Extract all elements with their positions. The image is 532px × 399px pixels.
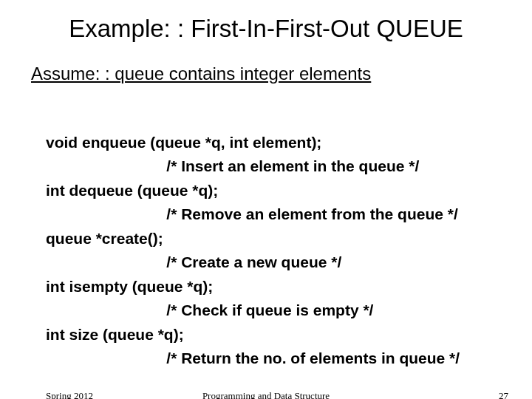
footer-course: Programming and Data Structure (0, 390, 532, 399)
assume-line: Assume: : queue contains integer element… (31, 64, 532, 84)
code-comment: /* Remove an element from the queue */ (46, 205, 458, 222)
code-line: int size (queue *q); (46, 326, 184, 343)
code-comment: /* Return the no. of elements in queue *… (46, 349, 460, 366)
code-comment: /* Check if queue is empty */ (46, 301, 373, 318)
slide: Example: : First-In-First-Out QUEUE Assu… (0, 15, 532, 399)
code-line: void enqueue (queue *q, int element); (46, 134, 321, 151)
code-comment: /* Create a new queue */ (46, 253, 341, 270)
code-block: void enqueue (queue *q, int element); /*… (46, 106, 532, 371)
slide-title: Example: : First-In-First-Out QUEUE (0, 15, 532, 43)
code-comment: /* Insert an element in the queue */ (46, 157, 419, 174)
code-line: int dequeue (queue *q); (46, 182, 218, 199)
code-line: queue *create(); (46, 230, 163, 247)
code-line: int isempty (queue *q); (46, 278, 213, 295)
footer-page-number: 27 (499, 390, 508, 399)
